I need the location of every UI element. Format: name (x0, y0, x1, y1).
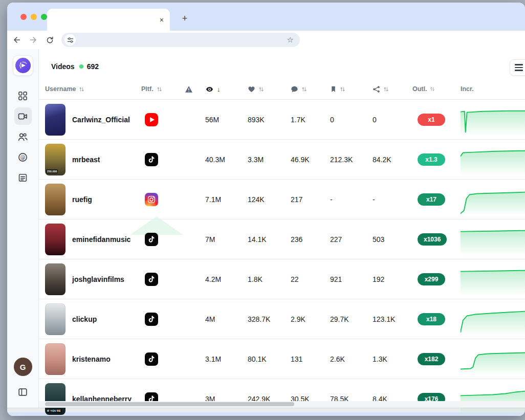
sidebar-item-mentions-search[interactable]: @ (14, 148, 32, 166)
tab-close-icon[interactable]: × (160, 16, 164, 24)
views-cell: 3.1M (205, 355, 248, 363)
table-row[interactable]: IF YOU REkellanhenneberry3M242.9K30.5K78… (39, 379, 525, 416)
app-logo[interactable] (13, 55, 33, 76)
column-outlier[interactable]: Outl. (412, 85, 461, 93)
page-header: Videos 692 (39, 49, 525, 79)
browser-tab[interactable]: × (47, 9, 170, 31)
sidebar-item-dashboard[interactable] (14, 87, 32, 104)
outlier-badge: x1 (418, 114, 445, 126)
likes-cell: 3.3M (248, 156, 291, 164)
heart-icon (248, 85, 255, 93)
logo-icon (15, 58, 31, 73)
column-increase[interactable]: Incr. (461, 85, 525, 93)
shares-value: 503 (373, 235, 384, 244)
browser-window: × + ☆ (7, 3, 525, 416)
tiktok-icon (145, 233, 158, 246)
svg-text:@: @ (20, 154, 26, 160)
horizontal-scrollbar (39, 401, 525, 408)
bookmarks-value: 0 (330, 116, 334, 124)
bookmarks-cell: - (330, 195, 373, 204)
table-row[interactable]: ruefig7.1M124K217--x17 (39, 180, 525, 219)
table-row[interactable]: joshglavinfilms4.2M1.8K22921192x299 (39, 259, 525, 299)
platform-cell (141, 352, 185, 366)
column-comments[interactable] (291, 85, 330, 93)
increase-sparkline (461, 108, 525, 136)
comments-cell: 2.9K (291, 315, 330, 323)
youtube-icon (145, 113, 158, 126)
collapse-sidebar-icon[interactable] (14, 383, 32, 401)
shares-cell: - (373, 195, 412, 204)
new-tab-button[interactable]: + (178, 12, 191, 25)
thumbnail-caption: 250.000 (46, 169, 58, 173)
maximize-window-icon[interactable] (41, 14, 47, 20)
main-content: Videos 692 Username Pltf. (39, 49, 525, 408)
minimize-window-icon[interactable] (31, 14, 37, 20)
table-row[interactable]: Carlwinz_Official56M893K1.7K00x1 (39, 100, 525, 140)
address-bar[interactable]: ☆ (61, 33, 300, 47)
comments-value: 2.9K (291, 315, 305, 323)
videos-count: 692 (87, 62, 99, 71)
tiktok-icon (145, 153, 158, 166)
table-row[interactable]: kristenamo3.1M80.1K1312.6K1.3Kx182 (39, 339, 525, 379)
sidebar-item-documents[interactable] (14, 169, 32, 186)
column-username-label: Username (45, 85, 76, 93)
reload-button[interactable] (43, 33, 56, 47)
username-cell: joshglavinfilms (45, 263, 141, 295)
outlier-badge: x17 (418, 193, 445, 206)
column-platform[interactable]: Pltf. (141, 85, 185, 93)
increase-cell (461, 219, 525, 259)
likes-value: 893K (248, 116, 265, 124)
close-window-icon[interactable] (20, 14, 27, 20)
username-cell: 250.000mrbeast (45, 144, 141, 175)
column-warning[interactable] (185, 85, 205, 93)
table-row[interactable]: eminefidanmusic7M14.1K236227503x1036 (39, 219, 525, 259)
increase-cell (461, 100, 525, 139)
scrollbar-thumb[interactable] (45, 402, 294, 406)
comments-value: 22 (291, 275, 299, 283)
column-shares[interactable] (373, 85, 412, 93)
tune-icon[interactable] (64, 34, 76, 46)
column-likes[interactable] (248, 85, 291, 93)
column-outlier-label: Outl. (412, 85, 427, 93)
column-username[interactable]: Username (45, 85, 141, 93)
column-increase-label: Incr. (461, 85, 474, 93)
comments-cell: 217 (291, 195, 330, 204)
sidebar-item-videos[interactable] (14, 107, 32, 125)
column-views[interactable]: ↓ (205, 85, 248, 93)
warning-icon (185, 85, 193, 93)
tiktok-icon (145, 352, 158, 366)
shares-cell: 503 (373, 235, 412, 244)
shares-cell: 0 (373, 116, 412, 124)
table-row[interactable]: clickup4M328.7K2.9K29.7K123.1Kx18 (39, 299, 525, 339)
username-cell: eminefidanmusic (45, 224, 141, 255)
username-text: clickup (72, 315, 97, 323)
instagram-icon (145, 193, 158, 206)
status-dot (79, 64, 83, 69)
user-avatar[interactable]: G (14, 358, 32, 376)
sort-icon (301, 86, 307, 93)
column-bookmarks[interactable] (330, 85, 373, 93)
platform-cell (141, 193, 185, 206)
video-thumbnail (45, 184, 65, 215)
sidebar-item-creators[interactable] (14, 128, 32, 145)
outlier-badge: x299 (418, 273, 445, 285)
forward-button[interactable] (27, 33, 40, 47)
outlier-badge: x182 (418, 353, 445, 365)
username-cell: kristenamo (45, 343, 141, 375)
table-row[interactable]: 250.000mrbeast40.3M3.3M46.9K212.3K84.2Kx… (39, 140, 525, 180)
bookmark-star-icon[interactable]: ☆ (287, 35, 294, 45)
shares-value: 123.1K (373, 315, 395, 323)
video-thumbnail: 250.000 (45, 144, 65, 175)
table-menu-button[interactable] (510, 59, 525, 76)
browser-tab-strip: × + (7, 3, 525, 31)
back-button[interactable] (10, 33, 24, 47)
sort-icon (430, 86, 435, 92)
username-text: ruefig (72, 195, 92, 204)
likes-cell: 80.1K (248, 355, 291, 363)
increase-sparkline (461, 268, 525, 296)
table-body: Carlwinz_Official56M893K1.7K00x1250.000m… (39, 100, 525, 416)
bookmarks-cell: 921 (330, 275, 373, 283)
video-thumbnail: IF YOU RE (45, 383, 65, 415)
username-text: kristenamo (72, 355, 111, 363)
comments-value: 1.7K (291, 116, 305, 124)
